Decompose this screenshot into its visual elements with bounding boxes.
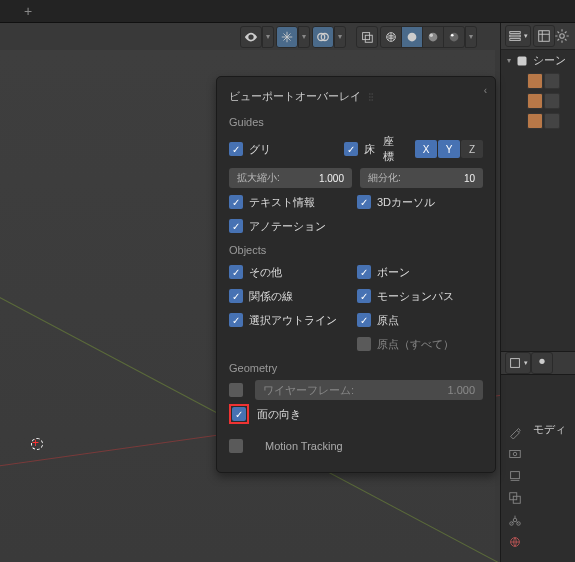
tab-scene[interactable] <box>505 510 525 530</box>
svg-point-22 <box>513 518 517 522</box>
floor-checkbox[interactable] <box>344 142 358 156</box>
svg-rect-14 <box>518 56 527 65</box>
display-mode-dropdown[interactable]: ▾ <box>505 25 531 47</box>
properties-tabs <box>501 418 529 562</box>
text-info-checkbox[interactable] <box>229 195 243 209</box>
tab-render[interactable] <box>505 444 525 464</box>
text-info-label: テキスト情報 <box>249 195 315 210</box>
overlay-popover: ‹ ビューポートオーバーレイ Guides グリ 床 座標 X Y Z 拡大縮小… <box>216 76 496 473</box>
extras-checkbox[interactable] <box>229 265 243 279</box>
visibility-dropdown[interactable] <box>240 26 262 48</box>
tab-tool[interactable] <box>505 422 525 442</box>
motion-paths-label: モーションパス <box>377 289 454 304</box>
floor-label: 床 <box>364 142 375 157</box>
relationship-checkbox[interactable] <box>229 289 243 303</box>
scale-field[interactable]: 拡大縮小: 1.000 <box>229 168 352 188</box>
bones-checkbox[interactable] <box>357 265 371 279</box>
svg-point-18 <box>513 452 517 456</box>
guides-section-label: Guides <box>229 116 483 128</box>
chevron-down-icon[interactable]: ▾ <box>298 26 310 48</box>
svg-point-26 <box>560 34 565 39</box>
cursor-3d-icon <box>26 433 46 453</box>
popover-title-text: ビューポートオーバーレイ <box>229 89 361 104</box>
shading-rendered[interactable] <box>443 26 465 48</box>
subdiv-label: 細分化: <box>368 171 401 185</box>
shading-wireframe[interactable] <box>380 26 402 48</box>
tab-view-layer[interactable] <box>505 488 525 508</box>
annotations-checkbox[interactable] <box>229 219 243 233</box>
wireframe-slider[interactable]: ワイヤーフレーム: 1.000 <box>255 380 483 400</box>
pin-button[interactable] <box>531 352 553 374</box>
svg-point-16 <box>539 359 544 364</box>
svg-point-6 <box>429 32 438 41</box>
origins-all-label: 原点（すべて） <box>377 337 454 352</box>
axis-x-toggle[interactable]: X <box>415 140 437 158</box>
axis-y-toggle[interactable]: Y <box>438 140 460 158</box>
hier-icon <box>544 93 560 109</box>
gizmo-toggle[interactable] <box>276 26 298 48</box>
subdivisions-field[interactable]: 細分化: 10 <box>360 168 483 188</box>
shading-material[interactable] <box>422 26 444 48</box>
grid-label: グリ <box>249 142 271 157</box>
objects-section-label: Objects <box>229 244 483 256</box>
subdiv-value: 10 <box>464 173 475 184</box>
svg-rect-11 <box>510 35 521 37</box>
scene-icon <box>515 54 529 68</box>
shading-mode-group <box>380 26 465 48</box>
svg-point-9 <box>451 33 454 36</box>
svg-point-7 <box>430 33 434 37</box>
properties-mode-dropdown[interactable]: ▾ <box>505 352 531 374</box>
properties-header: ▾ <box>501 351 575 375</box>
xray-toggle[interactable] <box>356 26 378 48</box>
add-workspace-button[interactable]: + <box>24 3 32 19</box>
wireframe-checkbox[interactable] <box>229 383 243 397</box>
object-icon <box>527 113 543 129</box>
wireframe-value: 1.000 <box>447 384 475 396</box>
face-orientation-checkbox[interactable] <box>232 407 246 421</box>
top-bar: + <box>0 0 575 23</box>
modifier-label: モディ <box>533 423 566 435</box>
overlay-toggle[interactable] <box>312 26 334 48</box>
tab-output[interactable] <box>505 466 525 486</box>
svg-rect-2 <box>363 32 370 39</box>
motion-paths-checkbox[interactable] <box>357 289 371 303</box>
filter-button[interactable] <box>533 25 555 47</box>
chevron-down-icon[interactable]: ▾ <box>334 26 346 48</box>
bones-label: ボーン <box>377 265 410 280</box>
settings-icon[interactable] <box>553 27 571 45</box>
hier-icon <box>544 113 560 129</box>
viewport-header: ▾ ▾ ▾ ▾ <box>0 23 575 50</box>
close-icon[interactable]: ‹ <box>484 85 487 96</box>
disclosure-triangle-icon[interactable]: ▾ <box>507 56 511 65</box>
annotations-label: アノテーション <box>249 219 326 234</box>
object-icon <box>527 73 543 89</box>
extras-label: その他 <box>249 265 282 280</box>
outline-selected-checkbox[interactable] <box>229 313 243 327</box>
origins-checkbox[interactable] <box>357 313 371 327</box>
face-orientation-label: 面の向き <box>257 407 301 422</box>
outline-selected-label: 選択アウトライン <box>249 313 337 328</box>
tab-world[interactable] <box>505 532 525 552</box>
cursor3d-checkbox[interactable] <box>357 195 371 209</box>
svg-rect-12 <box>510 39 521 41</box>
outliner-scene-row[interactable]: ▾ シーン <box>501 50 575 71</box>
chevron-down-icon[interactable]: ▾ <box>465 26 477 48</box>
svg-rect-3 <box>365 35 372 42</box>
motion-tracking-checkbox[interactable] <box>229 439 243 453</box>
object-icon <box>527 93 543 109</box>
chevron-down-icon[interactable]: ▾ <box>262 26 274 48</box>
wireframe-label: ワイヤーフレーム: <box>263 383 441 398</box>
svg-rect-15 <box>511 359 520 368</box>
axis-z-toggle[interactable]: Z <box>461 140 483 158</box>
shading-solid[interactable] <box>401 26 423 48</box>
origins-all-checkbox[interactable] <box>357 337 371 351</box>
scene-label: シーン <box>533 53 566 68</box>
svg-rect-17 <box>510 451 521 458</box>
outliner-item-row[interactable] <box>521 71 575 91</box>
geometry-section-label: Geometry <box>229 362 483 374</box>
grid-checkbox[interactable] <box>229 142 243 156</box>
outliner-item-row[interactable] <box>521 91 575 111</box>
popover-title: ビューポートオーバーレイ <box>229 89 483 104</box>
outliner-item-row[interactable] <box>521 111 575 131</box>
cursor3d-label: 3Dカーソル <box>377 195 435 210</box>
